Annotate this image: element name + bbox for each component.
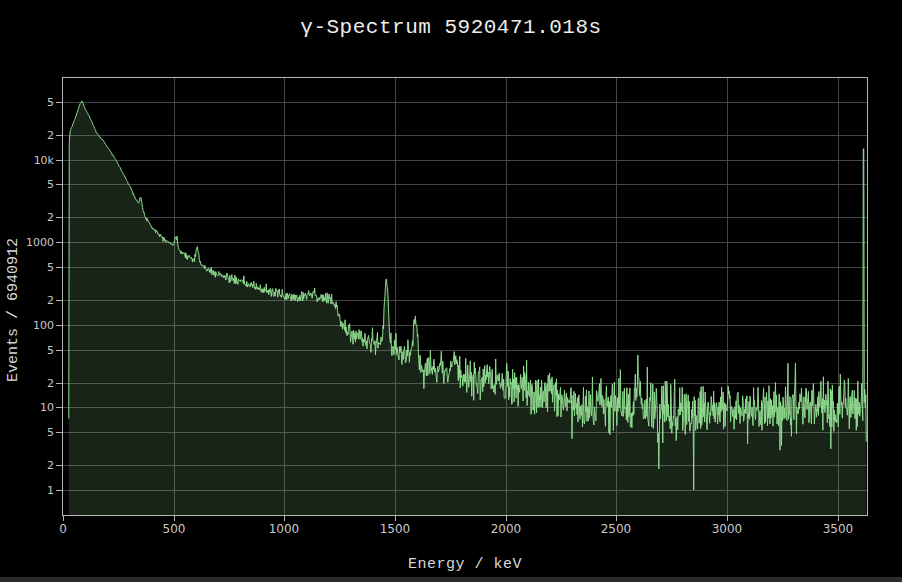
spectrum-figure: γ-Spectrum 5920471.018s 1251025100251000…	[0, 0, 902, 582]
y-tick-mark	[56, 465, 62, 466]
x-tick-mark	[616, 516, 617, 521]
y-tick-mark	[56, 350, 62, 351]
x-tick-mark	[174, 516, 175, 521]
y-tick-mark	[56, 217, 62, 218]
y-tick-label: 5	[18, 96, 54, 109]
y-axis-label: Events / 6940912	[5, 190, 23, 430]
y-tick-label: 5	[18, 426, 54, 439]
x-tick-mark	[63, 516, 64, 521]
x-tick-label: 2000	[476, 522, 536, 536]
y-tick-mark	[56, 135, 62, 136]
y-tick-label: 2	[18, 459, 54, 472]
x-axis-label: Energy / keV	[63, 556, 867, 573]
x-tick-mark	[506, 516, 507, 521]
y-tick-mark	[56, 242, 62, 243]
y-tick-mark	[56, 160, 62, 161]
x-tick-label: 1000	[254, 522, 314, 536]
x-tick-label: 1500	[365, 522, 425, 536]
y-tick-label: 10k	[18, 154, 54, 167]
y-tick-mark	[56, 267, 62, 268]
bottom-bar	[0, 577, 902, 582]
y-tick-label: 2	[18, 377, 54, 390]
y-tick-mark	[56, 383, 62, 384]
y-tick-mark	[56, 184, 62, 185]
spectrum-canvas[interactable]	[63, 78, 867, 515]
y-tick-label: 2	[18, 211, 54, 224]
x-tick-label: 3000	[697, 522, 757, 536]
y-tick-mark	[56, 300, 62, 301]
x-tick-mark	[395, 516, 396, 521]
y-tick-mark	[56, 432, 62, 433]
x-tick-mark	[727, 516, 728, 521]
y-tick-label: 2	[18, 129, 54, 142]
chart-title: γ-Spectrum 5920471.018s	[0, 16, 902, 39]
y-tick-label: 2	[18, 294, 54, 307]
y-tick-label: 100	[18, 319, 54, 332]
x-tick-label: 0	[33, 522, 93, 536]
y-tick-label: 5	[18, 178, 54, 191]
y-tick-label: 10	[18, 401, 54, 414]
y-tick-mark	[56, 325, 62, 326]
y-tick-mark	[56, 102, 62, 103]
y-tick-mark	[56, 407, 62, 408]
x-tick-mark	[284, 516, 285, 521]
y-tick-label: 1	[18, 484, 54, 497]
x-tick-label: 3500	[808, 522, 868, 536]
x-tick-label: 500	[144, 522, 204, 536]
x-tick-label: 2500	[586, 522, 646, 536]
y-tick-mark	[56, 490, 62, 491]
y-tick-label: 1000	[18, 236, 54, 249]
x-tick-mark	[838, 516, 839, 521]
y-tick-label: 5	[18, 261, 54, 274]
y-tick-label: 5	[18, 344, 54, 357]
